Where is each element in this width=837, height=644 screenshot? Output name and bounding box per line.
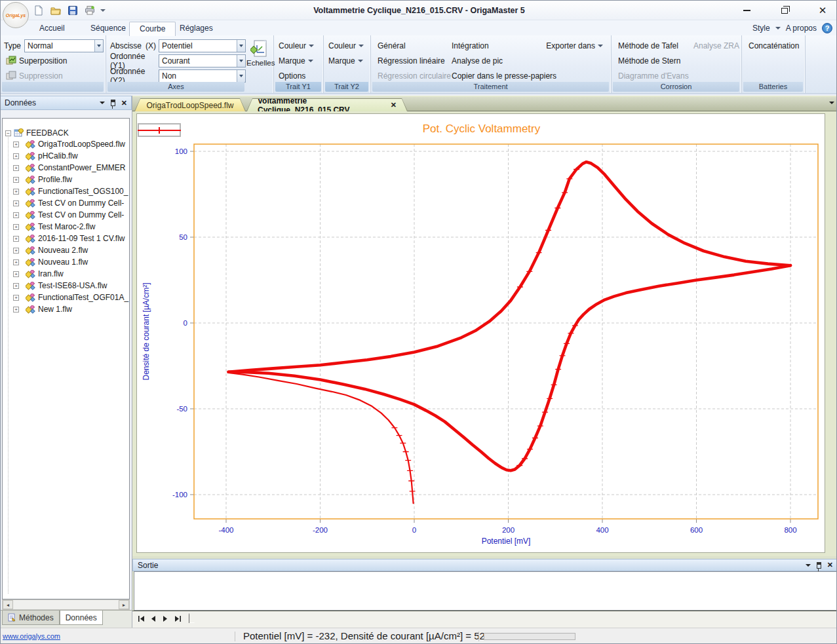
tab-courbe[interactable]: Courbe	[129, 22, 176, 36]
tree-item[interactable]: +Nouveau 2.flw	[3, 244, 129, 256]
cv-plot[interactable]: -400-2000200400600800100500-50-100	[137, 114, 826, 554]
expand-icon[interactable]: +	[13, 295, 19, 301]
doc-tab-origatrodloopspeed[interactable]: OrigaTrodLoopSpeed.flw	[134, 98, 246, 111]
regression-lineaire-label: Régression linéaire	[378, 56, 445, 66]
tab-reglages[interactable]: Réglages	[170, 22, 223, 35]
close-icon[interactable]: ✕	[121, 99, 127, 107]
methode-stern-button[interactable]: Méthode de Stern	[615, 56, 683, 66]
chevron-down-icon[interactable]	[237, 40, 245, 52]
tree-item[interactable]: +Iran.flw	[3, 268, 129, 280]
expand-icon[interactable]: +	[13, 307, 19, 313]
group-label-batteries: Batteries	[743, 82, 803, 92]
scroll-right-icon[interactable]: ▸	[119, 600, 129, 609]
expand-icon[interactable]: +	[13, 177, 19, 183]
sidebar-bottom-tabs: Méthodes Données	[1, 610, 132, 628]
methode-tafel-button[interactable]: Méthode de Tafel	[615, 41, 681, 51]
about-menu[interactable]: A propos	[786, 24, 817, 33]
expand-icon[interactable]: +	[13, 165, 19, 171]
scrollbar-track[interactable]	[13, 600, 119, 609]
next-sheet-icon[interactable]	[160, 613, 170, 624]
tree-item[interactable]: +Profile.flw	[3, 174, 129, 185]
type-select[interactable]: Normal	[24, 39, 104, 52]
concatenation-button[interactable]: Concaténation	[746, 41, 802, 51]
tree-item[interactable]: +Nouveau 1.flw	[3, 256, 129, 268]
tree-item[interactable]: +2016-11-09 Test 1 CV.flw	[3, 233, 129, 244]
tree-item-label: Nouveau 1.flw	[38, 257, 88, 267]
expand-icon[interactable]: +	[13, 189, 19, 195]
tab-donnees[interactable]: Données	[60, 611, 103, 625]
last-sheet-icon[interactable]	[172, 613, 182, 624]
panel-menu-icon[interactable]	[806, 564, 811, 567]
tree-item[interactable]: +FunctionalTest_OGS100_	[3, 185, 129, 197]
expand-icon[interactable]: +	[13, 248, 19, 254]
tree-item[interactable]: +pHCalib.flw	[3, 150, 129, 162]
trait-y1-couleur-button[interactable]: Couleur	[276, 41, 317, 51]
chevron-down-icon[interactable]	[237, 55, 245, 67]
expand-icon[interactable]: +	[13, 153, 19, 159]
panel-menu-icon[interactable]	[100, 102, 105, 104]
copier-presse-papiers-button[interactable]: Copier dans le presse-papiers	[449, 71, 559, 81]
tab-sequence[interactable]: Séquence	[81, 22, 136, 35]
document-tab-bar: OrigaTrodLoopSpeed.flw Voltammetrie Cycl…	[132, 97, 837, 111]
origalys-orb-button[interactable]: OrigaLys	[3, 2, 29, 28]
expand-icon[interactable]: +	[13, 200, 19, 206]
regression-lineaire-button[interactable]: Régression linéaire	[375, 56, 448, 66]
tree-item[interactable]: +OrigaTrodLoopSpeed.flw	[3, 138, 129, 150]
tree-root-feedback[interactable]: −FEEDBACK	[3, 119, 129, 138]
doc-tab-voltammetrie-active[interactable]: Voltammetrie Cyclique_N216_015.CRV ✕	[246, 98, 408, 111]
tab-accueil[interactable]: Accueil	[29, 22, 75, 35]
expand-icon[interactable]: +	[13, 224, 19, 230]
info1-sheet-tab[interactable]: Info1	[189, 613, 231, 626]
tree-horizontal-scrollbar[interactable]: ◂ ▸	[2, 599, 130, 610]
expand-icon[interactable]: +	[13, 212, 19, 218]
tree-item[interactable]: +FunctionalTest_OGF01A_	[3, 292, 129, 303]
trait-y1-options-button[interactable]: Options	[276, 71, 308, 81]
tree-item[interactable]: +ConstantPower_EMMER	[3, 162, 129, 174]
tree-item[interactable]: +Test CV on Dummy Cell-	[3, 197, 129, 209]
close-icon[interactable]: ✕	[827, 561, 833, 569]
expand-icon[interactable]: +	[13, 271, 19, 277]
tab-list-dropdown-icon[interactable]	[829, 102, 834, 104]
expand-icon[interactable]: +	[13, 236, 19, 242]
pin-icon[interactable]	[817, 562, 821, 569]
origalys-link[interactable]: www.origalys.com	[3, 632, 60, 640]
minimize-button[interactable]	[737, 3, 756, 18]
first-sheet-icon[interactable]	[136, 613, 147, 624]
integration-button[interactable]: Intégration	[449, 41, 492, 51]
general-button[interactable]: Général	[375, 41, 408, 51]
close-tab-icon[interactable]: ✕	[391, 101, 397, 109]
tree-item-label: Profile.flw	[38, 175, 72, 184]
close-button[interactable]: ✕	[813, 3, 832, 18]
tree-item[interactable]: +Test-ISE68-USA.flw	[3, 280, 129, 292]
flow-file-icon	[26, 187, 35, 196]
analyse-de-pic-button[interactable]: Analyse de pic	[449, 56, 505, 66]
scroll-left-icon[interactable]: ◂	[3, 600, 13, 609]
ordonnee-y1-select[interactable]: Courant	[159, 54, 246, 67]
ordonnee-y2-select[interactable]: Non	[159, 69, 246, 83]
expand-icon[interactable]: +	[13, 142, 19, 147]
tab-methodes[interactable]: Méthodes	[2, 611, 60, 625]
style-menu[interactable]: Style	[752, 24, 770, 33]
chevron-down-icon[interactable]	[94, 40, 103, 52]
collapse-icon[interactable]: −	[5, 130, 11, 136]
tree-item[interactable]: +Test Maroc-2.flw	[3, 221, 129, 233]
superposition-button[interactable]: Superposition	[3, 55, 69, 67]
style-dropdown-icon[interactable]	[775, 27, 781, 29]
trait-y2-marque-button[interactable]: Marque	[326, 56, 366, 66]
trait-y1-marque-button[interactable]: Marque	[276, 56, 316, 66]
tab-methodes-label: Méthodes	[19, 613, 54, 622]
trait-y2-couleur-button[interactable]: Couleur	[326, 41, 366, 51]
pin-icon[interactable]	[111, 100, 115, 106]
echelles-button[interactable]: Echelles	[246, 39, 271, 67]
tree-item-label: Test CV on Dummy Cell-	[38, 199, 124, 208]
abscisse-select[interactable]: Potentiel	[159, 39, 246, 52]
expand-icon[interactable]: +	[13, 259, 19, 265]
previous-sheet-icon[interactable]	[148, 613, 159, 624]
chevron-down-icon[interactable]	[237, 70, 245, 82]
tree-item[interactable]: +New 1.flw	[3, 303, 129, 315]
exporter-dans-button[interactable]: Exporter dans	[543, 41, 606, 51]
help-icon[interactable]: ?	[822, 23, 832, 33]
restore-button[interactable]	[775, 3, 794, 18]
tree-item[interactable]: +Test CV on Dummy Cell-	[3, 209, 129, 221]
expand-icon[interactable]: +	[13, 283, 19, 289]
